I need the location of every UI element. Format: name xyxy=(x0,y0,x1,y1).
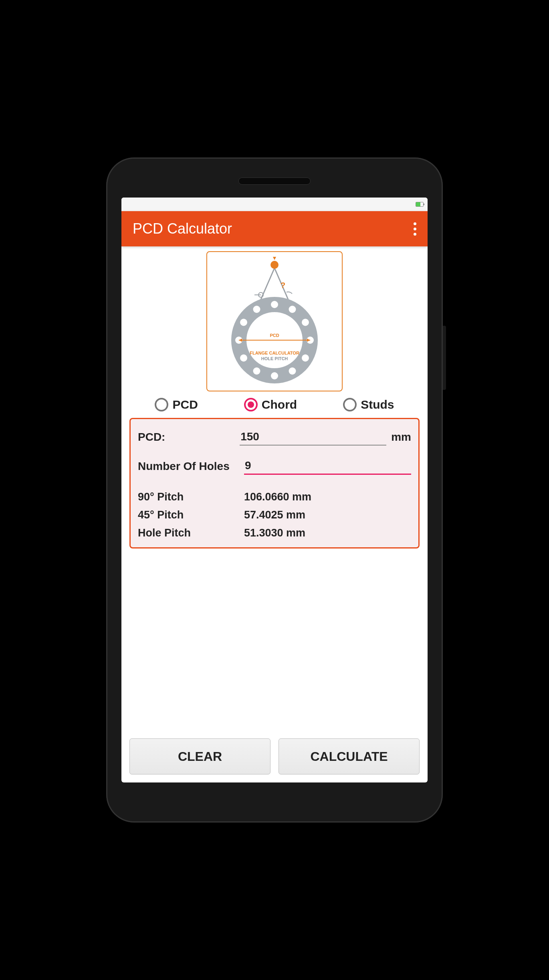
svg-point-16 xyxy=(240,355,247,362)
phone-frame: PCD Calculator ? xyxy=(106,157,443,823)
radio-pcd[interactable]: PCD xyxy=(155,398,198,411)
svg-text:?: ? xyxy=(281,281,285,290)
status-bar xyxy=(121,198,428,211)
result-value: 57.4025 mm xyxy=(244,509,305,521)
result-label: 90° Pitch xyxy=(138,491,244,503)
phone-side-button xyxy=(443,326,446,390)
radio-icon xyxy=(244,398,258,411)
mode-tabs: PCD Chord Studs xyxy=(129,391,420,418)
field-row-pcd: PCD: mm xyxy=(138,429,411,446)
button-row: CLEAR CALCULATE xyxy=(129,738,420,774)
radio-icon xyxy=(155,398,168,411)
radio-icon xyxy=(343,398,357,411)
flange-illustration: ? xyxy=(206,251,343,391)
pcd-input[interactable] xyxy=(240,429,386,446)
field-row-holes: Number Of Holes xyxy=(138,458,411,475)
svg-point-8 xyxy=(271,301,278,308)
screen: PCD Calculator ? xyxy=(121,198,428,782)
app-title: PCD Calculator xyxy=(133,220,232,237)
svg-point-19 xyxy=(253,306,260,313)
result-row: Hole Pitch 51.3030 mm xyxy=(138,527,411,539)
radio-label: Studs xyxy=(361,398,394,411)
form-panel: PCD: mm Number Of Holes 90° Pitch 106.06… xyxy=(129,418,420,548)
calculate-button[interactable]: CALCULATE xyxy=(279,738,420,774)
flange-diagram-icon: ? xyxy=(214,257,335,389)
app-bar: PCD Calculator xyxy=(121,211,428,246)
result-value: 106.0660 mm xyxy=(244,491,311,503)
svg-text:FLANGE CALCULATOR: FLANGE CALCULATOR xyxy=(250,351,299,355)
radio-studs[interactable]: Studs xyxy=(343,398,394,411)
radio-label: PCD xyxy=(172,398,198,411)
radio-label: Chord xyxy=(262,398,297,411)
svg-point-18 xyxy=(240,319,247,326)
radio-chord[interactable]: Chord xyxy=(244,398,297,411)
holes-input[interactable] xyxy=(244,458,411,475)
result-row: 45° Pitch 57.4025 mm xyxy=(138,509,411,521)
svg-point-10 xyxy=(302,319,309,326)
svg-point-14 xyxy=(271,372,278,379)
pcd-label: PCD: xyxy=(138,431,240,444)
result-value: 51.3030 mm xyxy=(244,527,305,539)
svg-point-13 xyxy=(289,367,296,375)
svg-point-15 xyxy=(253,367,260,375)
phone-speaker xyxy=(238,177,311,185)
clear-button[interactable]: CLEAR xyxy=(129,738,270,774)
svg-point-9 xyxy=(289,306,296,313)
svg-point-2 xyxy=(270,261,279,269)
content-area: ? xyxy=(121,246,428,782)
overflow-menu-icon[interactable] xyxy=(414,222,416,236)
pcd-unit: mm xyxy=(386,431,411,444)
holes-label: Number Of Holes xyxy=(138,460,244,473)
svg-text:HOLE  PITCH: HOLE PITCH xyxy=(261,356,288,361)
result-label: 45° Pitch xyxy=(138,509,244,521)
svg-text:PCD: PCD xyxy=(270,333,279,338)
result-label: Hole Pitch xyxy=(138,527,244,539)
svg-point-12 xyxy=(302,355,309,362)
battery-icon xyxy=(416,202,424,207)
result-row: 90° Pitch 106.0660 mm xyxy=(138,491,411,503)
